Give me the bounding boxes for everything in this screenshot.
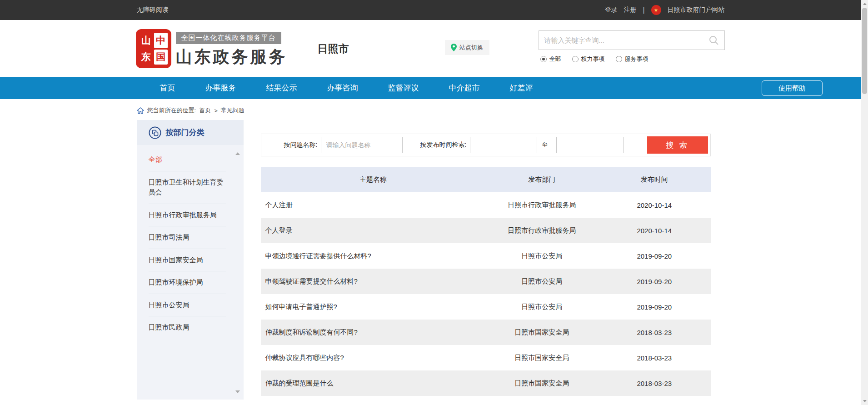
sidebar-item-1[interactable]: 日照市卫生和计划生育委员会 [149,171,226,204]
radio-selected-icon[interactable] [540,56,547,62]
cell-date: 2018-03-23 [598,380,711,387]
brand-title: 山东政务服务 [176,46,288,68]
table-body: 个人注册日照市行政审批服务局2020-10-14个人登录日照市行政审批服务局20… [261,192,711,396]
column-header-department: 发布部门 [486,175,599,184]
scrollbar-thumb[interactable] [862,8,867,94]
cell-department: 日照市行政审批服务局 [486,226,599,235]
table-row[interactable]: 仲裁制度和诉讼制度有何不同?日照市国家安全局2018-03-23 [261,320,711,345]
help-button[interactable]: 使用帮助 [762,80,823,96]
radio-icon[interactable] [572,56,579,62]
sidebar-item-4[interactable]: 日照市国家安全局 [149,249,226,272]
topbar-separator: | [643,6,645,14]
table-row[interactable]: 个人登录日照市行政审批服务局2020-10-14 [261,218,711,243]
nav-item-3[interactable]: 办事咨询 [312,83,373,93]
search-icon[interactable] [709,35,719,45]
logo: 山 中 东 国 全国一体化在线政务服务平台 山东政务服务 [137,30,288,68]
site-switch-button[interactable]: 站点切换 [445,40,489,55]
cell-department: 日照市国家安全局 [486,328,599,337]
scope-label: 服务事项 [625,55,649,63]
cell-topic[interactable]: 仲裁协议应具有哪些内容? [261,354,486,362]
breadcrumb-prefix: 您当前所在的位置: [147,106,196,115]
sidebar-item-7[interactable]: 日照市民政局 [149,316,226,339]
question-name-input[interactable] [321,137,403,153]
scroll-down-icon[interactable] [235,390,240,393]
table-row[interactable]: 仲裁协议应具有哪些内容?日照市国家安全局2018-03-23 [261,345,711,370]
sidebar-item-5[interactable]: 日照市环境保护局 [149,271,226,294]
cell-topic[interactable]: 仲裁的受理范围是什么 [261,379,486,388]
table-row[interactable]: 个人注册日照市行政审批服务局2020-10-14 [261,192,711,218]
sidebar-item-3[interactable]: 日照市司法局 [149,226,226,249]
keyword-search-input[interactable] [539,36,709,44]
scrollbar-up-icon[interactable] [861,0,868,8]
date-from-input[interactable] [470,137,537,153]
accessibility-link[interactable]: 无障碍阅读 [137,6,169,14]
publish-date-label: 按发布时间检索: [420,141,466,149]
seal-char: 山 [140,33,153,48]
department-sidebar: 按部门分类 全部日照市卫生和计划生育委员会日照市行政审批服务局日照市司法局日照市… [137,120,244,400]
scope-option-2[interactable]: 服务事项 [616,55,649,63]
date-to-label: 至 [542,141,548,149]
scrollbar-down-icon[interactable] [861,397,868,405]
table-row[interactable]: 仲裁的受理范围是什么日照市国家安全局2018-03-23 [261,370,711,396]
search-button[interactable]: 搜 索 [647,136,708,154]
scope-option-1[interactable]: 权力事项 [572,55,605,63]
cell-department: 日照市公安局 [486,303,599,311]
cell-date: 2020-10-14 [598,227,711,235]
nav-item-1[interactable]: 办事服务 [190,83,251,93]
shandong-seal-icon: 山 中 东 国 [137,30,170,67]
cell-topic[interactable]: 申领边境通行证需要提供什么材料? [261,252,486,260]
nav-item-2[interactable]: 结果公示 [251,83,312,93]
scope-label: 全部 [549,55,561,63]
sidebar-title: 按部门分类 [166,127,205,138]
cell-date: 2018-03-23 [598,329,711,336]
city-name: 日照市 [318,42,349,56]
table-row[interactable]: 如何申请电子普通护照?日照市公安局2019-09-20 [261,294,711,320]
scope-option-0[interactable]: 全部 [540,55,561,63]
nav-item-6[interactable]: 好差评 [495,83,548,93]
seal-char: 国 [154,50,168,65]
sidebar-header: 按部门分类 [137,120,244,145]
column-header-topic: 主题名称 [261,175,486,184]
seal-char: 东 [140,50,153,65]
content-area: 按问题名称: 按发布时间检索: 至 搜 索 主题名称 发布部门 发布时间 个人注… [261,120,711,396]
breadcrumb-separator: > [214,107,218,114]
page: 无障碍阅读 登录 注册 | 日照市政府门户网站 山 中 东 国 全国一体化在线政… [0,0,861,405]
nav-item-4[interactable]: 监督评议 [373,83,434,93]
cell-topic[interactable]: 仲裁制度和诉讼制度有何不同? [261,328,486,337]
question-name-label: 按问题名称: [284,141,318,149]
sidebar-item-2[interactable]: 日照市行政审批服务局 [149,204,226,227]
platform-banner: 全国一体化在线政务服务平台 [176,32,281,44]
table-row[interactable]: 申领驾驶证需要提交什么材料?日照市公安局2019-09-20 [261,269,711,294]
column-header-date: 发布时间 [598,175,711,184]
cell-topic[interactable]: 如何申请电子普通护照? [261,303,486,311]
table-header-row: 主题名称 发布部门 发布时间 [261,167,711,192]
table-row[interactable]: 申领边境通行证需要提供什么材料?日照市公安局2019-09-20 [261,243,711,269]
cell-topic[interactable]: 申领驾驶证需要提交什么材料? [261,277,486,286]
cell-topic[interactable]: 个人注册 [261,201,486,210]
portal-link[interactable]: 日照市政府门户网站 [668,6,725,14]
category-icon [149,126,161,139]
national-emblem-icon [651,5,661,15]
breadcrumb-home-link[interactable]: 首页 [199,106,211,115]
site-switch-label: 站点切换 [459,44,483,52]
nav-item-0[interactable]: 首页 [145,83,190,93]
sidebar-item-6[interactable]: 日照市公安局 [149,294,226,317]
page-scrollbar[interactable] [861,0,868,405]
date-to-input[interactable] [556,137,624,153]
cell-department: 日照市行政审批服务局 [486,201,599,210]
scroll-up-icon[interactable] [235,152,240,155]
sidebar-list: 全部日照市卫生和计划生育委员会日照市行政审批服务局日照市司法局日照市国家安全局日… [137,145,244,400]
cell-department: 日照市国家安全局 [486,354,599,362]
breadcrumb-current[interactable]: 常见问题 [221,106,244,115]
nav-item-5[interactable]: 中介超市 [434,83,495,93]
radio-icon[interactable] [616,56,622,62]
home-icon [137,107,144,114]
topbar: 无障碍阅读 登录 注册 | 日照市政府门户网站 [0,0,861,20]
nav-items: 首页办事服务结果公示办事咨询监督评议中介超市好差评 [137,77,725,99]
cell-topic[interactable]: 个人登录 [261,226,486,235]
cell-department: 日照市公安局 [486,252,599,260]
sidebar-items-container: 全部日照市卫生和计划生育委员会日照市行政审批服务局日照市司法局日照市国家安全局日… [149,149,244,339]
sidebar-item-0[interactable]: 全部 [149,149,226,171]
register-link[interactable]: 注册 [624,6,637,14]
login-link[interactable]: 登录 [605,6,618,14]
